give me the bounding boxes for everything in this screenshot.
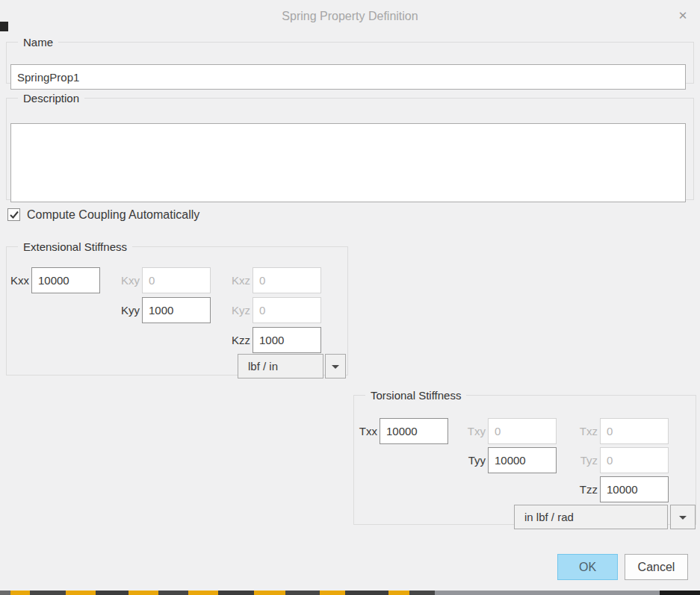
description-group: Description xyxy=(6,92,694,200)
cancel-button[interactable]: Cancel xyxy=(625,554,688,580)
name-group-legend: Name xyxy=(18,36,58,49)
kxx-input[interactable] xyxy=(31,267,100,293)
kxz-input xyxy=(253,267,321,293)
ok-button[interactable]: OK xyxy=(557,554,618,580)
kyz-label: Kyz xyxy=(228,297,250,323)
window-edge-artifact xyxy=(0,22,8,31)
torsional-stiffness-group: Torsional Stiffness Txx Txy Txz Tyy Tyz … xyxy=(353,389,696,525)
compute-coupling-label: Compute Coupling Automatically xyxy=(27,208,251,222)
spring-property-definition-dialog: Spring Property Definition ✕ Name Descri… xyxy=(0,0,700,595)
kyy-label: Kyy xyxy=(117,297,140,323)
tzz-label: Tzz xyxy=(575,476,598,502)
extensional-stiffness-legend: Extensional Stiffness xyxy=(18,240,132,253)
txx-label: Txx xyxy=(355,418,377,444)
torsional-stiffness-legend: Torsional Stiffness xyxy=(365,389,466,402)
txz-label: Txz xyxy=(575,418,598,444)
name-group: Name xyxy=(6,36,694,84)
tyz-input xyxy=(600,447,669,473)
tzz-input[interactable] xyxy=(600,476,669,502)
description-textarea[interactable] xyxy=(10,123,686,202)
kxy-input xyxy=(142,267,211,293)
dialog-title: Spring Property Definition xyxy=(0,0,700,33)
torsional-unit-dropdown-button[interactable] xyxy=(670,505,696,529)
name-input[interactable] xyxy=(10,64,686,90)
extensional-unit-dropdown[interactable]: lbf / in xyxy=(238,354,323,379)
tyy-label: Tyy xyxy=(463,447,486,473)
chevron-down-icon xyxy=(332,365,339,369)
compute-coupling-checkbox[interactable] xyxy=(7,208,20,221)
tyy-input[interactable] xyxy=(488,447,557,473)
checkmark-icon xyxy=(8,210,19,220)
title-bar: Spring Property Definition ✕ xyxy=(0,0,700,33)
extensional-unit-dropdown-button[interactable] xyxy=(325,354,346,379)
torsional-unit-dropdown[interactable]: in lbf / rad xyxy=(514,505,668,529)
kyz-input xyxy=(253,297,321,323)
txy-label: Txy xyxy=(463,418,486,444)
description-group-legend: Description xyxy=(18,92,84,105)
window-bottom-edge-artifact xyxy=(0,591,700,595)
kzz-input[interactable] xyxy=(253,327,321,353)
extensional-stiffness-group: Extensional Stiffness Kxx Kxy Kxz Kyy Ky… xyxy=(6,240,348,376)
kzz-label: Kzz xyxy=(228,327,250,353)
kxy-label: Kxy xyxy=(117,267,140,293)
kxz-label: Kxz xyxy=(228,267,250,293)
txz-input xyxy=(600,418,669,444)
kyy-input[interactable] xyxy=(142,297,211,323)
txy-input xyxy=(488,418,557,444)
close-icon[interactable]: ✕ xyxy=(676,9,690,22)
kxx-label: Kxx xyxy=(7,267,29,293)
txx-input[interactable] xyxy=(380,418,448,444)
tyz-label: Tyz xyxy=(575,447,598,473)
chevron-down-icon xyxy=(679,516,687,520)
